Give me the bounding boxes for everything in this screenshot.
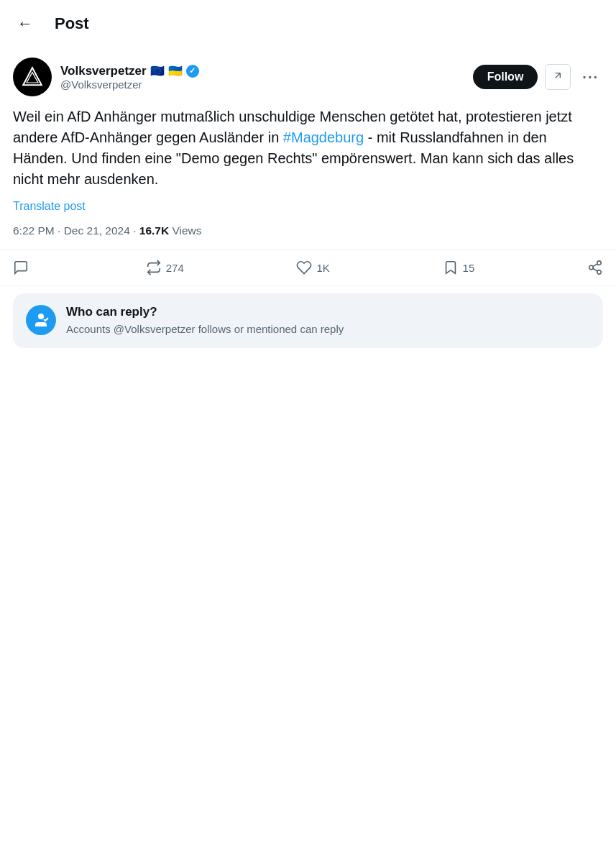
retweet-icon (146, 260, 162, 275)
bookmark-count: 15 (463, 262, 475, 274)
back-button[interactable]: ← (13, 10, 37, 37)
avatar[interactable] (13, 58, 52, 96)
restriction-description: Accounts @Volksverpetzer follows or ment… (66, 321, 344, 337)
user-row: Volksverpetzer 🇪🇺 🇺🇦 ✓ @Volksverpetzer F… (13, 58, 603, 96)
svg-point-4 (597, 270, 602, 275)
retweet-button[interactable]: 274 (146, 260, 184, 275)
display-name: Volksverpetzer (60, 64, 147, 78)
follow-button[interactable]: Follow (473, 65, 538, 89)
bookmark-icon (443, 260, 459, 275)
post-container: Volksverpetzer 🇪🇺 🇺🇦 ✓ @Volksverpetzer F… (0, 47, 616, 365)
back-arrow-icon: ← (17, 14, 33, 33)
svg-point-2 (597, 261, 602, 265)
eu-flag-icon: 🇪🇺 (150, 64, 165, 78)
username: @Volksverpetzer (60, 78, 464, 91)
like-count: 1K (316, 262, 329, 274)
views-label: Views (169, 224, 201, 237)
reply-restriction: Who can reply? Accounts @Volksverpetzer … (13, 293, 603, 348)
svg-line-5 (593, 268, 597, 271)
svg-point-3 (589, 265, 594, 270)
post-text: Weil ein AfD Anhänger mutmaßlich unschul… (13, 106, 603, 190)
restriction-avatar-icon (26, 305, 56, 335)
action-bar: 274 1K 15 (13, 250, 603, 286)
heart-icon (296, 260, 312, 275)
share-upload-icon (587, 260, 603, 275)
restriction-title: Who can reply? (66, 305, 344, 319)
verified-icon: ✓ (186, 65, 199, 78)
user-info: Volksverpetzer 🇪🇺 🇺🇦 ✓ @Volksverpetzer (60, 64, 464, 91)
divider-bottom (0, 286, 616, 286)
share-icon (552, 70, 564, 85)
post-timestamp: 6:22 PM · Dec 21, 2024 · (13, 224, 139, 237)
views-count: 16.7K (139, 224, 169, 237)
reply-icon (13, 260, 29, 275)
svg-line-6 (593, 264, 597, 267)
header: ← Post (0, 0, 616, 47)
page-title: Post (55, 14, 89, 33)
more-icon: ··· (582, 69, 599, 85)
like-button[interactable]: 1K (296, 260, 329, 275)
share-button[interactable] (587, 260, 603, 275)
post-meta: 6:22 PM · Dec 21, 2024 · 16.7K Views (13, 224, 603, 237)
hashtag-magdeburg[interactable]: #Magdeburg (283, 129, 364, 145)
retweet-count: 274 (166, 262, 184, 274)
restriction-text: Who can reply? Accounts @Volksverpetzer … (66, 305, 344, 337)
share-icon-button[interactable] (545, 64, 571, 90)
bookmark-button[interactable]: 15 (443, 260, 475, 275)
translate-link[interactable]: Translate post (13, 200, 603, 213)
action-buttons: Follow ··· (473, 64, 603, 90)
user-name-row: Volksverpetzer 🇪🇺 🇺🇦 ✓ (60, 64, 464, 78)
svg-point-7 (38, 314, 44, 319)
ukraine-flag-icon: 🇺🇦 (168, 64, 183, 78)
reply-button[interactable] (13, 260, 33, 275)
more-options-button[interactable]: ··· (578, 66, 603, 88)
